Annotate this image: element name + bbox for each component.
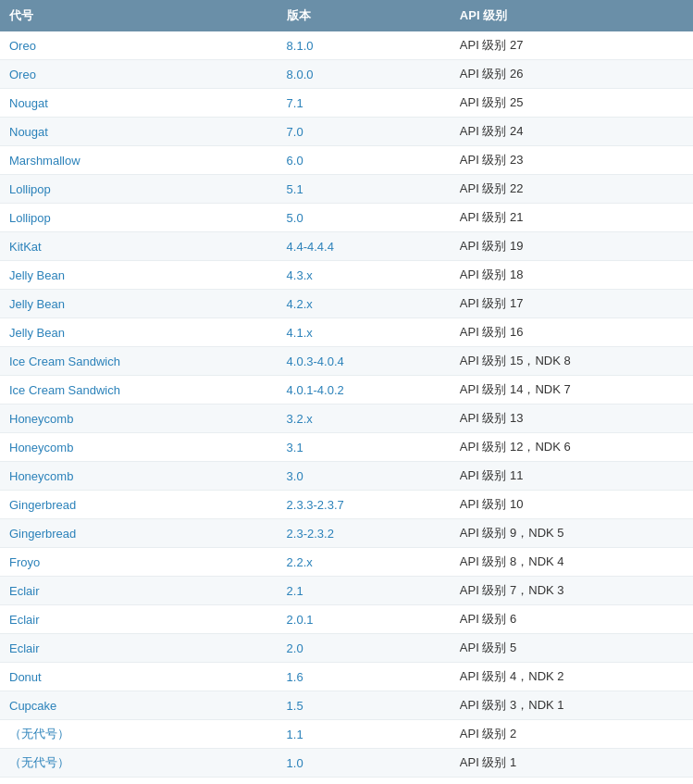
cell-api: API 级别 12，NDK 6 [451, 433, 693, 462]
cell-version: 2.0.1 [278, 605, 451, 634]
cell-version: 1.5 [278, 691, 451, 720]
cell-api: API 级别 22 [451, 175, 693, 204]
table-row: Gingerbread2.3-2.3.2API 级别 9，NDK 5 [0, 519, 693, 548]
cell-version: 4.4-4.4.4 [278, 232, 451, 261]
table-row: Lollipop5.0API 级别 21 [0, 204, 693, 232]
table-row: Oreo8.1.0API 级别 27 [0, 31, 693, 60]
cell-api: API 级别 25 [451, 89, 693, 118]
header-api: API 级别 [451, 0, 693, 31]
cell-version: 4.0.1-4.0.2 [278, 376, 451, 404]
table-row: Jelly Bean4.3.xAPI 级别 18 [0, 261, 693, 290]
cell-version: 2.0 [278, 634, 451, 663]
table-row: Honeycomb3.1API 级别 12，NDK 6 [0, 433, 693, 462]
cell-version: 7.1 [278, 89, 451, 118]
cell-code: Honeycomb [0, 433, 278, 462]
cell-api: API 级别 18 [451, 261, 693, 290]
cell-code: Nougat [0, 118, 278, 146]
table-row: Froyo2.2.xAPI 级别 8，NDK 4 [0, 548, 693, 577]
cell-api: API 级别 8，NDK 4 [451, 548, 693, 577]
cell-code: Lollipop [0, 175, 278, 204]
cell-api: API 级别 2 [451, 720, 693, 749]
table-row: Donut1.6API 级别 4，NDK 2 [0, 663, 693, 691]
table-row: Honeycomb3.2.xAPI 级别 13 [0, 404, 693, 433]
table-row: Oreo8.0.0API 级别 26 [0, 60, 693, 89]
cell-version: 4.3.x [278, 261, 451, 290]
cell-api: API 级别 27 [451, 31, 693, 60]
table-row: Eclair2.0.1API 级别 6 [0, 605, 693, 634]
table-row: Honeycomb3.0API 级别 11 [0, 462, 693, 491]
cell-version: 2.3.3-2.3.7 [278, 491, 451, 519]
table-body: Oreo8.1.0API 级别 27Oreo8.0.0API 级别 26Noug… [0, 31, 693, 778]
cell-code: （无代号） [0, 749, 278, 778]
table-row: KitKat4.4-4.4.4API 级别 19 [0, 232, 693, 261]
cell-version: 2.2.x [278, 548, 451, 577]
android-versions-table: 代号 版本 API 级别 Oreo8.1.0API 级别 27Oreo8.0.0… [0, 0, 693, 778]
cell-code: Eclair [0, 605, 278, 634]
cell-version: 4.0.3-4.0.4 [278, 347, 451, 376]
table-row: Jelly Bean4.1.xAPI 级别 16 [0, 318, 693, 347]
cell-code: Froyo [0, 548, 278, 577]
cell-api: API 级别 3，NDK 1 [451, 691, 693, 720]
cell-code: Ice Cream Sandwich [0, 376, 278, 404]
cell-code: Ice Cream Sandwich [0, 347, 278, 376]
cell-code: Honeycomb [0, 462, 278, 491]
cell-version: 8.0.0 [278, 60, 451, 89]
cell-code: KitKat [0, 232, 278, 261]
cell-version: 5.1 [278, 175, 451, 204]
cell-code: Nougat [0, 89, 278, 118]
cell-version: 3.2.x [278, 404, 451, 433]
cell-api: API 级别 1 [451, 749, 693, 778]
table-row: Eclair2.1API 级别 7，NDK 3 [0, 577, 693, 605]
cell-api: API 级别 10 [451, 491, 693, 519]
cell-api: API 级别 15，NDK 8 [451, 347, 693, 376]
cell-code: Marshmallow [0, 146, 278, 175]
table-row: Eclair2.0API 级别 5 [0, 634, 693, 663]
cell-version: 3.1 [278, 433, 451, 462]
cell-version: 4.2.x [278, 290, 451, 318]
cell-api: API 级别 5 [451, 634, 693, 663]
main-container: 代号 版本 API 级别 Oreo8.1.0API 级别 27Oreo8.0.0… [0, 0, 693, 778]
cell-version: 2.1 [278, 577, 451, 605]
cell-api: API 级别 7，NDK 3 [451, 577, 693, 605]
cell-version: 1.0 [278, 749, 451, 778]
table-row: Ice Cream Sandwich4.0.1-4.0.2API 级别 14，N… [0, 376, 693, 404]
table-row: （无代号）1.1API 级别 2 [0, 720, 693, 749]
cell-code: Gingerbread [0, 491, 278, 519]
cell-api: API 级别 24 [451, 118, 693, 146]
cell-code: Honeycomb [0, 404, 278, 433]
table-header-row: 代号 版本 API 级别 [0, 0, 693, 31]
cell-code: Oreo [0, 31, 278, 60]
cell-version: 7.0 [278, 118, 451, 146]
cell-code: Donut [0, 663, 278, 691]
header-version: 版本 [278, 0, 451, 31]
cell-code: Lollipop [0, 204, 278, 232]
cell-code: （无代号） [0, 720, 278, 749]
cell-code: Jelly Bean [0, 290, 278, 318]
table-row: Marshmallow6.0API 级别 23 [0, 146, 693, 175]
cell-api: API 级别 9，NDK 5 [451, 519, 693, 548]
cell-version: 4.1.x [278, 318, 451, 347]
table-row: Nougat7.0API 级别 24 [0, 118, 693, 146]
cell-code: Jelly Bean [0, 261, 278, 290]
cell-version: 5.0 [278, 204, 451, 232]
cell-version: 1.6 [278, 663, 451, 691]
cell-api: API 级别 21 [451, 204, 693, 232]
cell-api: API 级别 16 [451, 318, 693, 347]
table-row: Cupcake1.5API 级别 3，NDK 1 [0, 691, 693, 720]
table-row: Gingerbread2.3.3-2.3.7API 级别 10 [0, 491, 693, 519]
cell-code: Eclair [0, 577, 278, 605]
cell-code: Cupcake [0, 691, 278, 720]
table-row: Ice Cream Sandwich4.0.3-4.0.4API 级别 15，N… [0, 347, 693, 376]
table-row: Jelly Bean4.2.xAPI 级别 17 [0, 290, 693, 318]
table-row: Nougat7.1API 级别 25 [0, 89, 693, 118]
cell-version: 1.1 [278, 720, 451, 749]
cell-version: 2.3-2.3.2 [278, 519, 451, 548]
cell-code: Gingerbread [0, 519, 278, 548]
header-code: 代号 [0, 0, 278, 31]
cell-api: API 级别 11 [451, 462, 693, 491]
cell-api: API 级别 4，NDK 2 [451, 663, 693, 691]
cell-version: 8.1.0 [278, 31, 451, 60]
cell-code: Jelly Bean [0, 318, 278, 347]
table-row: （无代号）1.0API 级别 1 [0, 749, 693, 778]
cell-api: API 级别 13 [451, 404, 693, 433]
